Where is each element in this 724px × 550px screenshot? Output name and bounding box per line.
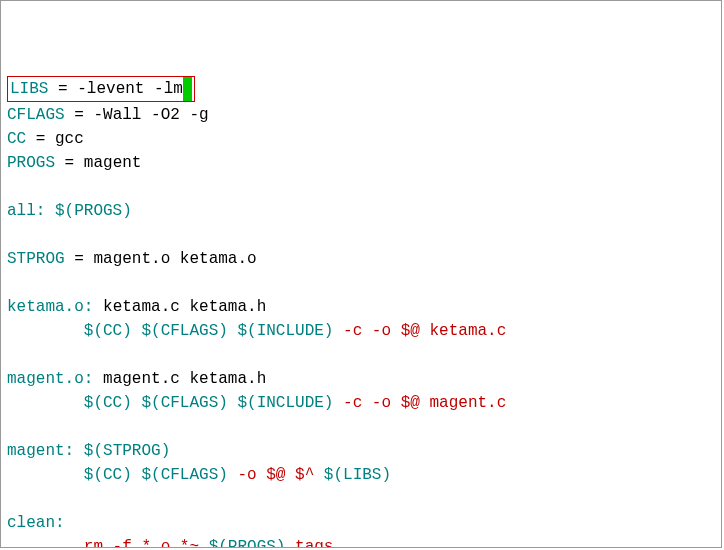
target-magent: magent: — [7, 442, 74, 460]
val-progs: magent — [84, 154, 142, 172]
eq: = — [65, 250, 94, 268]
cmd-rm: rm -f *.o *~ — [84, 538, 209, 548]
var-libs: LIBS — [10, 80, 48, 98]
val-cflags: -Wall -O2 -g — [93, 106, 208, 124]
indent — [7, 466, 84, 484]
cursor — [183, 77, 192, 101]
eq: = — [55, 154, 84, 172]
cmd-vars: $(CC) $(CFLAGS) — [84, 466, 238, 484]
code-editor-area[interactable]: LIBS = -levent -lm CFLAGS = -Wall -O2 -g… — [1, 73, 721, 548]
target-magent-o: magent.o: — [7, 370, 93, 388]
indent — [7, 394, 84, 412]
target-all: all: — [7, 202, 45, 220]
cmd-rest: tags — [285, 538, 333, 548]
deps-all: $(PROGS) — [45, 202, 131, 220]
var-stprog: STPROG — [7, 250, 65, 268]
cmd-vars: $(CC) $(CFLAGS) $(INCLUDE) — [84, 394, 343, 412]
cmd-flags: -o $@ $^ — [237, 466, 323, 484]
cmd-flags: -c -o $@ — [343, 394, 429, 412]
indent — [7, 538, 84, 548]
val-libs: -levent -lm — [77, 80, 183, 98]
var-cflags: CFLAGS — [7, 106, 65, 124]
cmd-vars: $(PROGS) — [209, 538, 286, 548]
var-cc: CC — [7, 130, 26, 148]
indent — [7, 322, 84, 340]
target-ketama-o: ketama.o: — [7, 298, 93, 316]
eq: = — [26, 130, 55, 148]
cmd-vars2: $(LIBS) — [324, 466, 391, 484]
deps-magent: $(STPROG) — [74, 442, 170, 460]
highlighted-line: LIBS = -levent -lm — [7, 76, 195, 102]
cmd-file: ketama.c — [429, 322, 506, 340]
cmd-file: magent.c — [429, 394, 506, 412]
var-progs: PROGS — [7, 154, 55, 172]
val-cc: gcc — [55, 130, 84, 148]
eq: = — [65, 106, 94, 124]
cmd-flags: -c -o $@ — [343, 322, 429, 340]
deps-magent-o: magent.c ketama.h — [93, 370, 266, 388]
cmd-vars: $(CC) $(CFLAGS) $(INCLUDE) — [84, 322, 343, 340]
target-clean: clean: — [7, 514, 65, 532]
eq: = — [48, 80, 77, 98]
deps-ketama-o: ketama.c ketama.h — [93, 298, 266, 316]
val-stprog: magent.o ketama.o — [93, 250, 256, 268]
